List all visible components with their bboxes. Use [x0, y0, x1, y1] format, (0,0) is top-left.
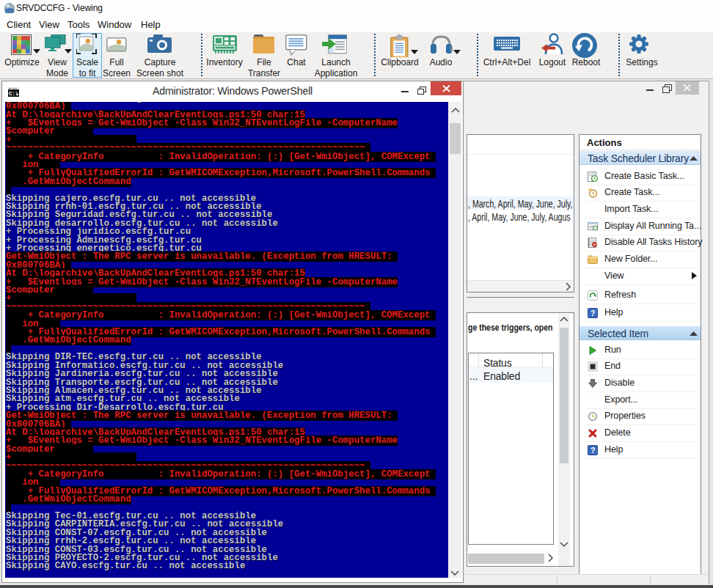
- svg-text:?: ?: [590, 309, 595, 317]
- svg-text:C:\: C:\: [9, 91, 19, 97]
- svg-text:?: ?: [590, 446, 595, 455]
